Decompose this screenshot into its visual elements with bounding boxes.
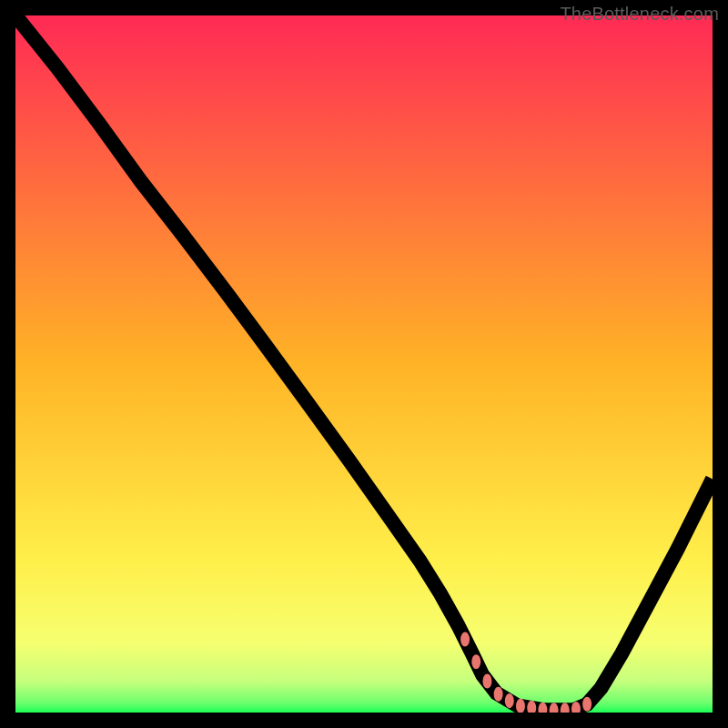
valley-marker — [482, 673, 491, 688]
valley-marker — [471, 654, 480, 669]
bottleneck-curve — [15, 15, 713, 710]
watermark-text: TheBottleneck.com — [560, 4, 719, 25]
valley-marker — [505, 693, 514, 708]
valley-marker — [460, 632, 470, 647]
valley-marker — [582, 697, 592, 712]
valley-marker — [494, 687, 503, 702]
chart-curve-layer — [15, 15, 713, 713]
